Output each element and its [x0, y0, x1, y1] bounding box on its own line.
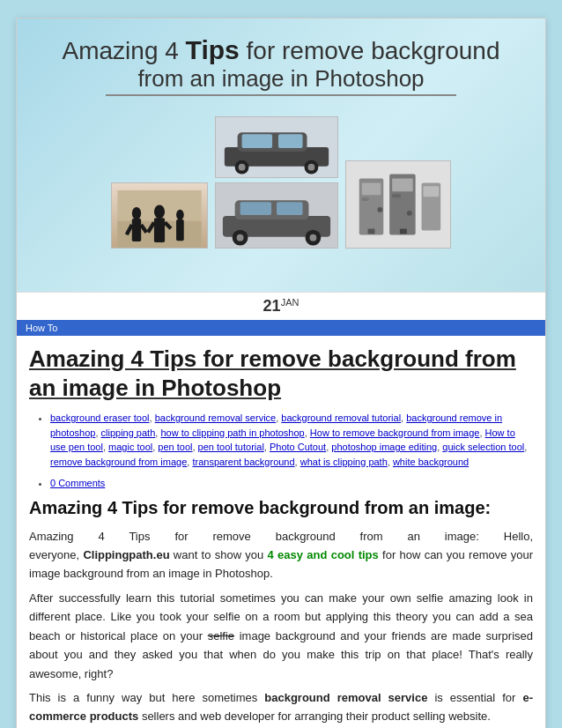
- tag-transparent[interactable]: transparent background: [192, 457, 294, 467]
- tag-remove-background[interactable]: remove background from image: [50, 457, 187, 467]
- date-month: JAN: [281, 297, 299, 308]
- svg-point-2: [132, 207, 141, 219]
- cars-column: [215, 116, 338, 249]
- category-bar[interactable]: How To: [17, 320, 545, 336]
- tag-background-removal-service[interactable]: background removal service: [155, 412, 277, 423]
- photo-collage: [111, 116, 451, 249]
- tag-photoshop-editing[interactable]: photoshop image editing: [331, 442, 437, 452]
- bold-background-removal: background removal service: [264, 691, 427, 704]
- svg-rect-24: [240, 202, 271, 215]
- computers-svg: [346, 160, 450, 249]
- svg-point-39: [407, 211, 412, 216]
- svg-rect-11: [176, 219, 184, 241]
- hero-title-block: Amazing 4 Tips for remove background fro…: [63, 35, 500, 96]
- hero-image-area: Amazing 4 Tips for remove background fro…: [17, 19, 545, 292]
- svg-rect-33: [362, 197, 369, 201]
- svg-rect-35: [368, 229, 375, 234]
- tags-list: background eraser tool, background remov…: [29, 411, 533, 469]
- selfie-strikethrough: selfie: [208, 629, 234, 643]
- article-card: Amazing 4 Tips for remove background fro…: [16, 18, 546, 728]
- comments-item: 0 Comments: [50, 476, 533, 491]
- tag-how-to-remove[interactable]: How to remove background from image: [310, 427, 480, 438]
- svg-point-10: [176, 210, 184, 220]
- hero-title-underline: [106, 94, 456, 96]
- date-bar: 21JAN: [17, 292, 545, 320]
- car2-svg: [216, 182, 337, 249]
- article-main-title: Amazing 4 Tips for remove background fro…: [29, 345, 533, 402]
- hero-title-line2: from an image in Photoshop: [63, 65, 500, 93]
- hero-bold-tips: Tips: [186, 35, 240, 64]
- svg-point-34: [377, 207, 382, 212]
- tag-how-to-clipping[interactable]: how to clipping path in photoshop: [160, 427, 304, 438]
- tag-pen-tool-tutorial[interactable]: pen tool tutorial: [198, 442, 264, 452]
- article-content: Amazing 4 Tips for remove background fro…: [17, 336, 545, 728]
- svg-point-6: [154, 204, 165, 219]
- svg-rect-40: [400, 229, 407, 234]
- svg-rect-37: [392, 179, 413, 192]
- photo-silhouette: [111, 182, 208, 249]
- tag-white-background[interactable]: white background: [393, 457, 469, 467]
- silhouette-svg: [115, 190, 203, 248]
- tag-background-removal-tutorial[interactable]: background removal tutorial: [281, 412, 401, 423]
- article-body: Amazing 4 Tips for remove background fro…: [29, 527, 533, 726]
- svg-point-27: [237, 234, 244, 241]
- date-day: 21: [263, 297, 281, 315]
- tag-pen-tool[interactable]: pen tool: [158, 442, 192, 452]
- svg-rect-25: [277, 202, 303, 215]
- tag-what-is-clipping[interactable]: what is clipping path: [300, 457, 388, 467]
- category-label: How To: [26, 323, 57, 333]
- body-paragraph-3: This is a funny way but here sometimes b…: [29, 688, 533, 726]
- tag-background-eraser[interactable]: background eraser tool: [50, 412, 150, 423]
- tags-item: background eraser tool, background remov…: [50, 411, 533, 469]
- page-wrapper: Amazing 4 Tips for remove background fro…: [0, 0, 562, 728]
- svg-rect-16: [278, 134, 303, 148]
- tag-photo-cutout[interactable]: Photo Cutout: [270, 442, 326, 452]
- hero-title-line1: Amazing 4 Tips for remove background: [63, 35, 500, 65]
- svg-rect-32: [362, 182, 381, 195]
- comments-link[interactable]: 0 Comments: [50, 478, 105, 488]
- highlight-tips: 4 easy and cool tips: [268, 548, 379, 561]
- svg-rect-3: [132, 219, 141, 241]
- svg-point-29: [309, 234, 316, 241]
- site-name: Clippingpath.eu: [83, 548, 169, 561]
- comments-list: 0 Comments: [29, 476, 533, 491]
- car1-svg: [216, 116, 337, 178]
- photo-car1: [215, 116, 338, 178]
- tags-text: background eraser tool, background remov…: [50, 412, 527, 467]
- svg-rect-15: [242, 134, 272, 148]
- tag-clipping-path[interactable]: clipping path: [101, 427, 156, 438]
- article-sub-heading: Amazing 4 Tips for remove background fro…: [29, 498, 533, 518]
- body-paragraph-1: Amazing 4 Tips for remove background fro…: [29, 527, 533, 583]
- svg-point-18: [239, 164, 246, 171]
- svg-rect-42: [424, 186, 440, 197]
- svg-rect-38: [392, 194, 401, 197]
- svg-point-20: [307, 164, 314, 171]
- svg-rect-7: [154, 218, 165, 242]
- photo-computers: [345, 160, 451, 249]
- tag-magic-tool[interactable]: magic tool: [108, 442, 152, 452]
- tag-quick-selection[interactable]: quick selection tool: [442, 442, 524, 452]
- body-paragraph-2: After successfully learn this tutorial s…: [29, 589, 533, 683]
- photo-car2: [215, 182, 338, 249]
